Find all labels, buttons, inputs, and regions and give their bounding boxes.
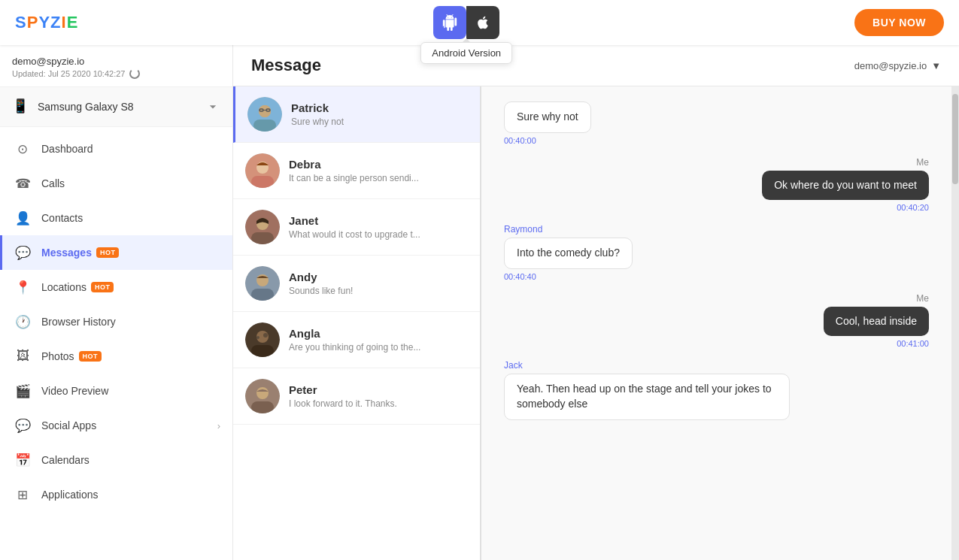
contact-item-peter[interactable]: Peter I look forward to it. Thanks. (233, 368, 480, 425)
video-preview-icon: 🎬 (14, 383, 31, 399)
sidebar-item-label-browser-history: Browser History (41, 316, 116, 328)
svg-rect-9 (251, 176, 274, 188)
contact-item-debra[interactable]: Debra It can be a single person sendi... (233, 143, 480, 199)
sidebar-item-dashboard[interactable]: ⊙ Dashboard (0, 132, 232, 166)
device-icon: 📱 (12, 98, 30, 116)
contact-preview-janet: What would it cost to upgrade t... (289, 229, 468, 240)
sidebar-item-label-dashboard: Dashboard (41, 143, 93, 155)
sidebar-item-video-preview[interactable]: 🎬 Video Preview (0, 374, 232, 408)
contact-preview-angla: Are you thinking of going to the... (289, 342, 468, 353)
browser-history-icon: 🕐 (14, 313, 31, 330)
svg-point-19 (256, 336, 259, 339)
contact-item-patrick[interactable]: Patrick Sure why not (233, 86, 480, 143)
photos-icon: 🖼 (14, 348, 31, 365)
msg-time-3: 00:41:00 (897, 339, 929, 348)
platform-tabs (433, 6, 499, 39)
device-selector[interactable]: 📱 Samsung Galaxy S8 (0, 87, 232, 127)
sidebar-item-locations[interactable]: 📍 Locations HOT (0, 270, 232, 304)
avatar-angla (245, 322, 280, 357)
chat-panel: Sure why not00:40:00MeOk where do you wa… (481, 86, 951, 560)
contact-name-andy: Andy (289, 271, 468, 283)
contact-info-patrick: Patrick Sure why not (291, 101, 468, 127)
updated-label: Updated: Jul 25 2020 10:42:27 (12, 69, 125, 78)
contact-info-janet: Janet What would it cost to upgrade t... (289, 214, 468, 240)
contact-list: Patrick Sure why not Debra It can be a s… (233, 86, 481, 560)
badge-photos: HOT (79, 351, 102, 362)
chat-scrollbar[interactable] (951, 86, 959, 560)
msg-bubble-0: Sure why not (504, 101, 591, 133)
sidebar-item-label-calls: Calls (41, 177, 65, 189)
contact-info-debra: Debra It can be a single person sendi... (289, 158, 468, 183)
contact-preview-patrick: Sure why not (291, 117, 468, 127)
sidebar: demo@spyzie.io Updated: Jul 25 2020 10:4… (0, 45, 233, 560)
sidebar-item-label-social-apps: Social Apps (41, 419, 96, 431)
msg-time-1: 00:40:20 (897, 203, 929, 212)
contact-item-andy[interactable]: Andy Sounds like fun! (233, 256, 480, 312)
sidebar-item-contacts[interactable]: 👤 Contacts (0, 201, 232, 235)
msg-bubble-3: Cool, head inside (824, 307, 929, 337)
sidebar-item-messages[interactable]: 💬 Messages HOT (0, 235, 232, 270)
platform-selector: Android Version (433, 6, 499, 39)
logo-p: P (27, 13, 39, 32)
logo-i: I (62, 13, 67, 32)
sidebar-item-label-contacts: Contacts (41, 212, 83, 224)
sidebar-item-calls[interactable]: ☎ Calls (0, 166, 232, 201)
sidebar-item-applications[interactable]: ⊞ Applications (0, 477, 232, 512)
contact-name-debra: Debra (289, 158, 468, 171)
avatar-peter (245, 379, 280, 413)
avatar-debra (245, 153, 280, 188)
contact-item-angla[interactable]: Angla Are you thinking of going to the..… (233, 312, 480, 368)
device-selector-left: 📱 Samsung Galaxy S8 (12, 98, 134, 116)
sidebar-item-label-locations: Locations HOT (41, 281, 114, 293)
logo-e: E (67, 13, 79, 32)
ios-tab[interactable] (466, 6, 499, 39)
applications-icon: ⊞ (14, 486, 31, 503)
logo: SPYZIE (15, 13, 78, 32)
sidebar-nav: ⊙ Dashboard ☎ Calls 👤 Contacts 💬 Message… (0, 127, 232, 516)
msg-sender-3: Me (916, 293, 929, 304)
refresh-icon[interactable] (129, 68, 140, 79)
sidebar-updated: Updated: Jul 25 2020 10:42:27 (12, 68, 220, 79)
sidebar-item-social-apps[interactable]: 💬 Social Apps › (0, 408, 232, 443)
contact-name-peter: Peter (289, 383, 468, 396)
device-name: Samsung Galaxy S8 (38, 101, 134, 113)
buy-now-button[interactable]: BUY NOW (854, 9, 944, 36)
contacts-icon: 👤 (14, 210, 31, 226)
sidebar-item-label-calendars: Calendars (41, 454, 90, 466)
sidebar-item-photos[interactable]: 🖼 Photos HOT (0, 339, 232, 374)
contact-preview-peter: I look forward to it. Thanks. (289, 398, 468, 409)
contact-name-janet: Janet (289, 214, 468, 227)
sidebar-user-email: demo@spyzie.io (12, 56, 220, 67)
main-body: Patrick Sure why not Debra It can be a s… (233, 86, 959, 560)
msg-group-1: MeOk where do you want to meet00:40:20 (504, 157, 929, 213)
svg-rect-2 (253, 120, 276, 132)
android-tab[interactable] (433, 6, 466, 39)
contact-item-janet[interactable]: Janet What would it cost to upgrade t... (233, 199, 480, 256)
contact-info-andy: Andy Sounds like fun! (289, 271, 468, 296)
sidebar-item-label-video-preview: Video Preview (41, 385, 108, 397)
main-content: Message demo@spyzie.io ▼ Patrick Sure wh… (233, 45, 959, 560)
sidebar-item-label-applications: Applications (41, 489, 99, 501)
sidebar-item-browser-history[interactable]: 🕐 Browser History (0, 304, 232, 339)
avatar-patrick (247, 97, 282, 132)
msg-group-3: MeCool, head inside00:41:00 (504, 293, 929, 349)
msg-bubble-1: Ok where do you want to meet (762, 171, 929, 201)
msg-group-2: RaymondInto the comedy club?00:40:40 (504, 224, 929, 281)
main-user[interactable]: demo@spyzie.io ▼ (854, 60, 941, 71)
sidebar-item-label-photos: Photos HOT (41, 350, 102, 362)
svg-rect-18 (251, 345, 274, 357)
page-title: Message (251, 56, 321, 75)
svg-rect-12 (251, 232, 274, 244)
main-user-email: demo@spyzie.io (854, 60, 927, 71)
contact-preview-debra: It can be a single person sendi... (289, 173, 468, 183)
svg-point-20 (263, 333, 268, 338)
msg-bubble-4: Yeah. Then head up on the stage and tell… (504, 374, 790, 419)
contact-info-peter: Peter I look forward to it. Thanks. (289, 383, 468, 409)
svg-point-22 (256, 387, 269, 399)
sidebar-item-calendars[interactable]: 📅 Calendars (0, 443, 232, 477)
msg-bubble-2: Into the comedy club? (504, 238, 633, 269)
msg-group-4: JackYeah. Then head up on the stage and … (504, 360, 929, 419)
contact-name-patrick: Patrick (291, 101, 468, 114)
chat-scrollbar-thumb (952, 94, 958, 184)
android-version-tooltip: Android Version (420, 42, 512, 64)
